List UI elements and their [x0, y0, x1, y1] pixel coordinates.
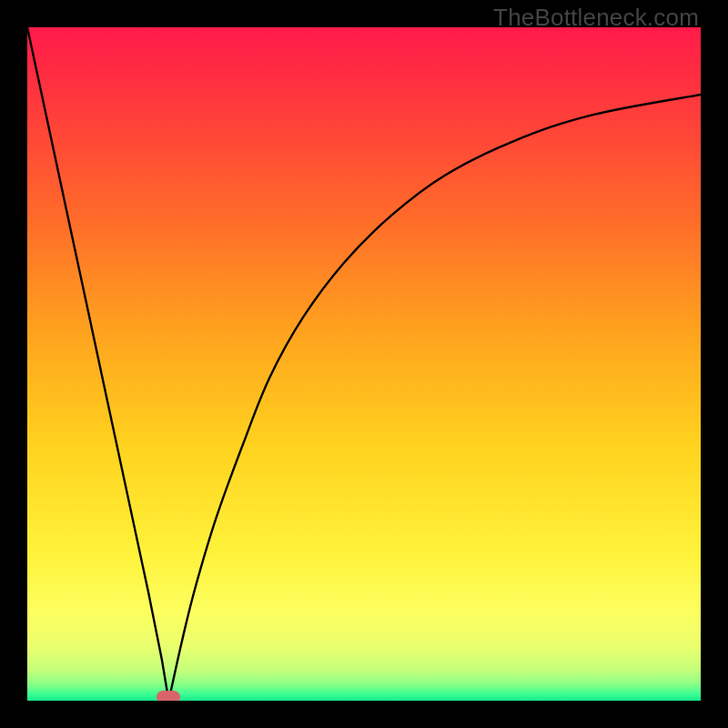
minimum-marker	[157, 691, 180, 701]
bottleneck-curve	[27, 27, 701, 701]
chart-frame: TheBottleneck.com	[0, 0, 728, 728]
plot-area	[27, 27, 701, 701]
